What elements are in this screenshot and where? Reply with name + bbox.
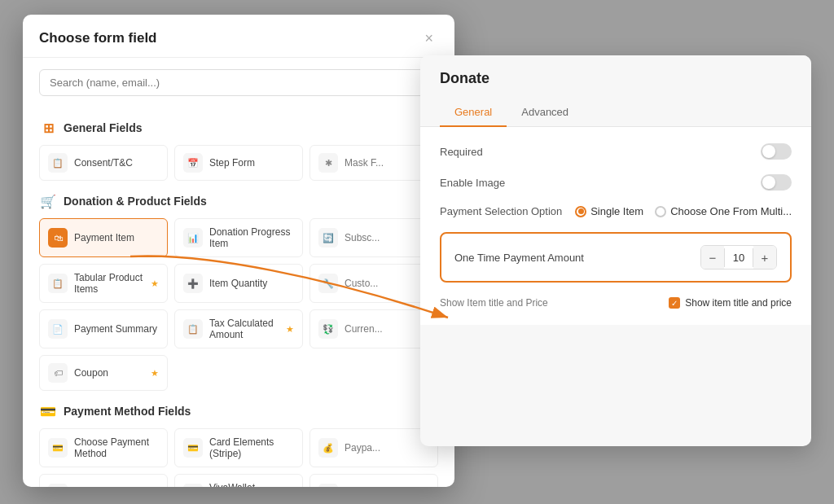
tab-general[interactable]: General [440, 99, 507, 127]
subscription-field[interactable]: 🔄 Subsc... [309, 218, 438, 257]
field-label: Donation Progress Item [209, 226, 294, 249]
custom-icon: 🔧 [318, 274, 338, 293]
field-label: Subsc... [345, 232, 380, 243]
panel-header: Donate General Advanced [420, 55, 811, 127]
payment-method-grid: 💳 Choose Payment Method 💳 Card Elements … [39, 428, 438, 487]
field-label: Paypa... [345, 442, 380, 454]
field-label: Tax Calculated Amount [209, 318, 279, 340]
general-fields-icon: ⊞ [39, 119, 57, 137]
payment-method-icon: 💳 [39, 402, 57, 420]
payment-selection-label: Payment Selection Option [440, 205, 562, 217]
show-title-checkbox[interactable]: ✓ [669, 297, 680, 309]
payment-item-icon: 🛍 [48, 228, 68, 248]
required-toggle[interactable] [761, 143, 792, 160]
star-icon: ★ [151, 278, 159, 289]
list-item[interactable]: 📋 Consent/T&C [39, 145, 168, 181]
paypal-icon: 💰 [318, 438, 338, 458]
single-item-label: Single Item [590, 205, 643, 217]
dialog-title: Choose form field [39, 30, 157, 46]
enable-image-row: Enable Image [440, 174, 792, 191]
razorpay-icon: 💳 [318, 484, 338, 487]
radio-group: Single Item Choose One From Multi... [575, 205, 792, 217]
choose-payment-method-field[interactable]: 💳 Choose Payment Method [39, 428, 168, 467]
donation-progress-icon: 📊 [183, 228, 203, 248]
star-icon: ★ [286, 324, 294, 335]
list-item[interactable]: 📅 Step Form [174, 145, 303, 181]
choose-payment-icon: 💳 [48, 438, 68, 458]
mollie-field[interactable]: 💳 Mollie Payment [39, 474, 168, 487]
payment-amount-row: One Time Payment Amount − 10 + [440, 232, 792, 283]
panel-body: Required Enable Image Payment Selection … [420, 127, 811, 325]
choose-form-field-dialog: Choose form field × ⊞ General Fields 📋 C… [23, 15, 454, 487]
donate-panel: Donate General Advanced Required Enable … [420, 55, 811, 446]
card-elements-icon: 💳 [183, 438, 203, 458]
dialog-header: Choose form field × [23, 15, 454, 58]
payment-item-field[interactable]: 🛍 Payment Item [39, 218, 168, 257]
field-label: Payment Item [74, 232, 134, 243]
currency-icon: 💱 [318, 319, 338, 339]
required-label: Required [440, 146, 483, 158]
coupon-field[interactable]: 🏷 Coupon ★ [39, 355, 168, 391]
vivawallet-field[interactable]: 💳 VivaWallet Payment [174, 474, 303, 487]
donation-fields-icon: 🛒 [39, 192, 57, 210]
increment-button[interactable]: + [753, 246, 776, 269]
search-input[interactable] [39, 69, 438, 96]
donation-fields-label: Donation & Product Fields [64, 195, 207, 208]
general-fields-header: ⊞ General Fields [39, 119, 438, 137]
show-title-checkbox-option[interactable]: ✓ Show item title and price [669, 297, 792, 309]
razorpay-field[interactable]: 💳 Razorpay Payment [309, 474, 438, 487]
step-form-icon: 📅 [183, 153, 203, 173]
required-row: Required [440, 143, 792, 160]
field-label: Step Form [209, 157, 255, 169]
single-item-radio[interactable] [575, 206, 586, 217]
choose-one-option[interactable]: Choose One From Multi... [655, 205, 792, 217]
card-elements-field[interactable]: 💳 Card Elements (Stripe) [174, 428, 303, 467]
field-label: Custo... [345, 278, 378, 289]
payment-method-header: 💳 Payment Method Fields [39, 402, 438, 420]
field-label: Coupon [74, 367, 108, 379]
payment-amount-label: One Time Payment Amount [454, 252, 584, 264]
stepper-value: 10 [724, 248, 753, 267]
show-title-option-label: Show item title and price [685, 297, 792, 309]
currency-field[interactable]: 💱 Curren... [309, 309, 438, 348]
field-label: Choose Payment Method [74, 436, 159, 459]
show-title-label: Show Item title and Price [440, 297, 548, 309]
field-label: Mask F... [345, 157, 384, 169]
item-quantity-icon: ➕ [183, 274, 203, 293]
decrement-button[interactable]: − [701, 246, 724, 269]
tabular-product-field[interactable]: 📋 Tabular Product Items ★ [39, 264, 168, 303]
item-quantity-field[interactable]: ➕ Item Quantity [174, 264, 303, 303]
donation-fields-grid: 🛍 Payment Item 📊 Donation Progress Item … [39, 218, 438, 391]
custom-field[interactable]: 🔧 Custo... [309, 264, 438, 303]
star-icon: ★ [151, 368, 159, 379]
field-label: Consent/T&C [74, 157, 133, 169]
tax-calculated-icon: 📋 [183, 319, 203, 339]
tax-calculated-field[interactable]: 📋 Tax Calculated Amount ★ [174, 309, 303, 348]
donation-progress-field[interactable]: 📊 Donation Progress Item [174, 218, 303, 257]
show-title-row: Show Item title and Price ✓ Show item ti… [440, 297, 792, 309]
paypal-field[interactable]: 💰 Paypa... [309, 428, 438, 467]
coupon-icon: 🏷 [48, 363, 68, 383]
choose-one-label: Choose One From Multi... [670, 205, 792, 217]
mask-icon: ✱ [318, 153, 338, 173]
field-label: Curren... [345, 323, 383, 335]
payment-summary-icon: 📄 [48, 319, 68, 339]
enable-image-toggle[interactable] [761, 174, 792, 191]
list-item[interactable]: ✱ Mask F... [309, 145, 438, 181]
enable-image-label: Enable Image [440, 177, 505, 189]
number-stepper: − 10 + [700, 245, 777, 270]
payment-summary-field[interactable]: 📄 Payment Summary [39, 309, 168, 348]
general-fields-label: General Fields [64, 121, 142, 134]
tabs: General Advanced [440, 99, 792, 126]
search-area [23, 58, 454, 104]
general-fields-grid: 📋 Consent/T&C 📅 Step Form ✱ Mask F... [39, 145, 438, 181]
mollie-icon: 💳 [48, 484, 68, 487]
field-label: Payment Summary [74, 323, 157, 335]
close-button[interactable]: × [419, 29, 438, 47]
field-label: Card Elements (Stripe) [209, 436, 294, 459]
panel-title: Donate [440, 70, 792, 87]
single-item-option[interactable]: Single Item [575, 205, 643, 217]
field-label: Tabular Product Items [74, 272, 144, 295]
tab-advanced[interactable]: Advanced [507, 99, 583, 127]
choose-one-radio[interactable] [655, 206, 666, 217]
